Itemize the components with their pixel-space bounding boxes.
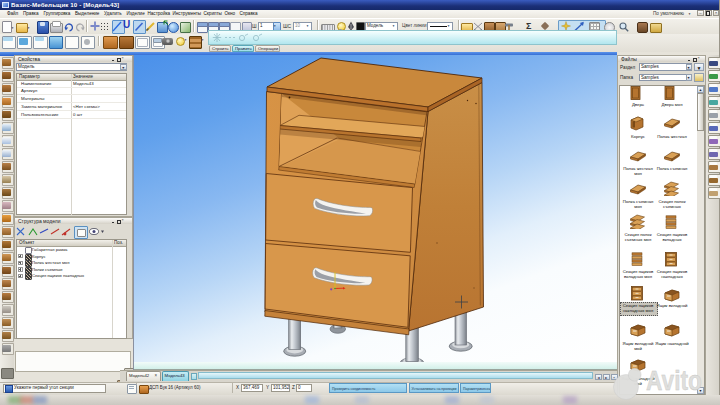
svg-text:Avito: Avito — [646, 365, 702, 396]
